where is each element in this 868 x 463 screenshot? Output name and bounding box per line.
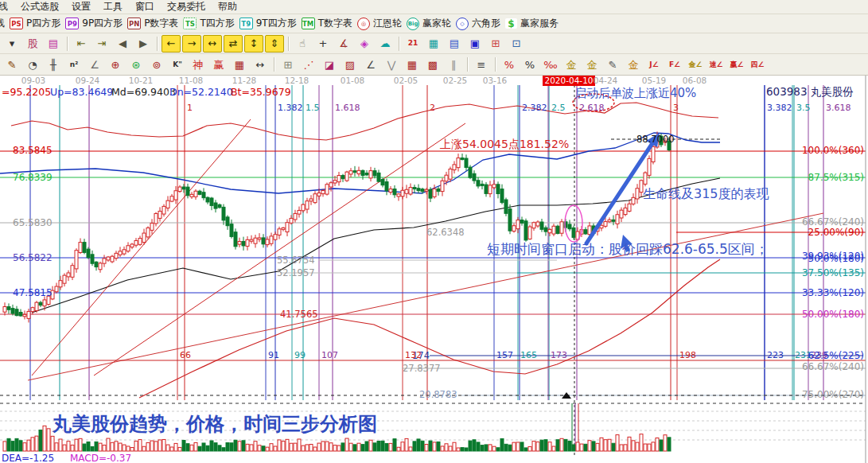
menu-item-2[interactable]: 设置 <box>72 0 91 14</box>
notes-icon: ▤ <box>450 38 459 49</box>
gann-star-icon[interactable]: ⊛ <box>127 56 146 73</box>
gann-target-icon[interactable]: ⊕ <box>106 56 125 73</box>
gann-star-icon: ⊛ <box>132 60 141 70</box>
hatch-box-icon[interactable]: ▨ <box>341 56 360 73</box>
last-bar-icon[interactable]: ⇥ <box>92 35 111 53</box>
shen-tool-icon[interactable]: 神 <box>189 56 208 73</box>
trend-angle-icon[interactable]: ∠ <box>361 56 380 73</box>
crosshair-tool-icon[interactable]: + <box>313 35 333 53</box>
赢家轮-icon: Big <box>407 18 419 30</box>
candlesticks <box>3 131 671 322</box>
parallel-lines-icon[interactable]: ∥ <box>444 56 463 73</box>
shape-tool-5[interactable]: TMT数字表 <box>302 17 352 30</box>
svg-text:12-18: 12-18 <box>285 76 309 85</box>
zigzag-icon[interactable]: ⋁ <box>382 56 401 73</box>
svg-text:3.618: 3.618 <box>826 103 851 113</box>
shape-tool-1[interactable]: P99P四方形 <box>65 17 123 30</box>
notes-icon[interactable]: ▤ <box>445 35 464 53</box>
shape-tool-6[interactable]: ◎江恩轮 <box>357 17 402 30</box>
bar-spacing-icon[interactable]: ↔ <box>251 56 270 73</box>
shape-tool-0[interactable]: PSP四方形 <box>10 17 60 30</box>
brush-icon: ✎ <box>609 60 617 70</box>
menu-item-6[interactable]: 帮助 <box>218 0 237 14</box>
angle-fan-icon[interactable]: ∠ <box>85 56 104 73</box>
remote-pc-icon: ⊡ <box>512 38 521 49</box>
kline-mark-icon[interactable]: K" <box>168 56 187 73</box>
pencil-tool-icon[interactable]: ✎ <box>2 56 21 73</box>
permille-icon[interactable]: ‰ <box>541 56 560 73</box>
angle-measure-icon[interactable]: ∡ <box>334 35 353 53</box>
app-window: 线公式选股设置工具窗口交易委托帮助 线PSP四方形P99P四方形PNP数字表TS… <box>0 0 868 463</box>
prev-bar-icon[interactable]: ◀ <box>113 35 132 53</box>
menu-item-0[interactable]: 线 <box>0 0 8 14</box>
svg-text:66: 66 <box>180 350 191 360</box>
number-table-icon[interactable]: ▦ <box>230 56 249 73</box>
price-grid-icon[interactable]: ╫ <box>44 56 63 73</box>
save-icon[interactable]: ▣ <box>465 35 485 53</box>
box-frame-icon[interactable]: ⊞ <box>278 56 298 73</box>
remote-pc-icon[interactable]: ⊡ <box>507 35 526 53</box>
gold-circle-icon[interactable]: 金 <box>562 56 581 73</box>
time-cycle-icon[interactable]: ◔ <box>23 56 42 73</box>
analysis-chart-icon[interactable]: ▤ <box>44 35 63 53</box>
spider-web-icon[interactable]: ⊚ <box>147 56 166 73</box>
shift-left-icon: ← <box>167 38 176 49</box>
j-angle-icon[interactable]: J∠ <box>644 56 664 73</box>
numbered-grid-icon[interactable]: ▩ <box>423 56 442 73</box>
jin-angle-icon[interactable]: 金∠ <box>686 56 705 73</box>
smart-analysis-icon[interactable]: ☁ <box>376 35 395 53</box>
bar-spacing-icon: ↔ <box>256 60 265 70</box>
shape-tool-7[interactable]: Big赢家轮 <box>407 17 451 30</box>
ying-angle-icon[interactable]: 赢∠ <box>727 56 746 73</box>
f-angle-icon[interactable]: F∠ <box>665 56 684 73</box>
shape-tool-9[interactable]: $赢家服务 <box>505 17 559 30</box>
date-axis: 09-0309-2410-2111-0811-2812-1801-0802-05… <box>21 75 707 86</box>
gold-wave-icon[interactable]: 金 <box>624 56 643 73</box>
expand-horizontal-icon[interactable]: ↔ <box>203 35 222 53</box>
draw-toolbar: ✎◔╫n²∠⊕⊛⊚K"神赢▦↔⊞⋰◪▨∠⋁▦▩∥≡%%‰金金✎金J∠F∠金∠速∠… <box>0 54 868 76</box>
svg-text:65.5830: 65.5830 <box>13 217 53 228</box>
calendar-icon[interactable]: 21 <box>403 35 422 53</box>
shape-tool-8[interactable]: ◇六角形 <box>456 17 500 30</box>
first-bar-icon[interactable]: ⇤ <box>72 35 91 53</box>
shape-tool-label: T数字表 <box>318 17 352 30</box>
menu-item-1[interactable]: 公式选股 <box>21 0 59 14</box>
percent-icon[interactable]: % <box>520 56 539 73</box>
fan-rays-icon[interactable]: ⋰ <box>299 56 318 73</box>
network-icon[interactable]: ⊞ <box>486 35 505 53</box>
svg-text:33.33%(120): 33.33%(120) <box>802 287 864 298</box>
expand-vertical-icon[interactable]: ↕ <box>244 35 263 53</box>
menu-item-3[interactable]: 工具 <box>103 0 123 14</box>
jin-angle-icon: 金∠ <box>688 61 702 68</box>
shift-right-icon[interactable]: → <box>182 35 201 53</box>
menu-item-4[interactable]: 窗口 <box>135 0 154 14</box>
hand-tool-icon[interactable]: ☝ <box>293 35 312 53</box>
su-angle-icon[interactable]: 速∠ <box>706 56 726 73</box>
compress-horizontal-icon[interactable]: ⇄ <box>224 35 243 53</box>
percent-line-icon[interactable]: % <box>500 56 519 73</box>
menu-item-5[interactable]: 交易委托 <box>167 0 205 14</box>
si-angle-icon[interactable]: 四∠ <box>748 56 767 73</box>
shape-tool-2[interactable]: PNP数字表 <box>127 17 178 30</box>
ying-tool-icon[interactable]: 赢 <box>209 56 228 73</box>
svg-text:223: 223 <box>767 350 784 360</box>
grid-tool-icon[interactable]: ▦ <box>403 56 422 73</box>
svg-text:1.5: 1.5 <box>306 103 320 113</box>
stock-settings-icon[interactable]: 股 <box>23 35 42 53</box>
brush-icon[interactable]: ✎ <box>603 56 622 73</box>
shape-tool-3[interactable]: TST四方形 <box>183 17 234 30</box>
shift-left-icon[interactable]: ← <box>162 35 181 53</box>
square-of-nine-icon[interactable]: n² <box>64 56 84 73</box>
gann-shape-icon[interactable]: ◈ <box>355 35 374 53</box>
view-dropdown-icon[interactable]: ▾ <box>2 35 21 53</box>
calculator-icon[interactable]: ▦ <box>424 35 443 53</box>
chart-canvas[interactable]: 09-0309-2410-2111-0811-2812-1801-0802-05… <box>0 73 868 463</box>
chart-area[interactable]: 09-0309-2410-2111-0811-2812-1801-0802-05… <box>0 73 868 463</box>
expand-all-icon[interactable]: ⇕ <box>265 35 284 53</box>
align-list-icon[interactable]: ≡ <box>472 56 491 73</box>
toolbar-separator <box>157 37 158 51</box>
shape-tool-4[interactable]: T99T四方形 <box>239 17 297 30</box>
gold-lines-icon[interactable]: 金 <box>582 56 601 73</box>
next-bar-icon[interactable]: ▶ <box>134 35 153 53</box>
sector-tool-icon[interactable]: ◪ <box>320 56 339 73</box>
